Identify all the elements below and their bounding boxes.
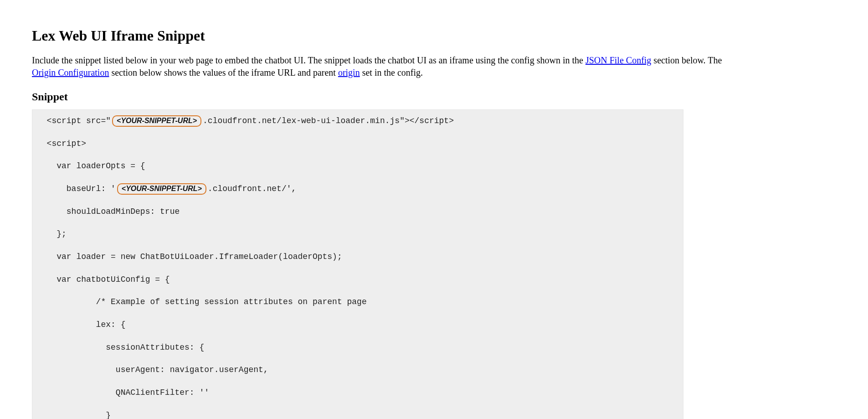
code-line: shouldLoadMinDeps: true (37, 206, 678, 217)
intro-text-3: section below shows the values of the if… (109, 67, 338, 78)
code-line: var chatbotUiConfig = { (37, 274, 678, 285)
intro-text-4: set in the config. (360, 67, 423, 78)
code-line: <script> (37, 138, 678, 150)
page-title: Lex Web UI Iframe Snippet (32, 27, 836, 44)
code-line: QNAClientFilter: '' (37, 387, 678, 398)
link-origin[interactable]: origin (338, 67, 360, 78)
code-text: .cloudfront.net/', (208, 184, 296, 193)
link-origin-configuration[interactable]: Origin Configuration (32, 67, 109, 78)
link-json-file-config[interactable]: JSON File Config (586, 55, 651, 65)
code-line: } (37, 410, 678, 419)
snippet-url-placeholder: <YOUR-SNIPPET-URL> (117, 183, 206, 195)
code-line: var loader = new ChatBotUiLoader.IframeL… (37, 251, 678, 263)
code-line: var loaderOpts = { (37, 160, 678, 172)
code-line: <script src="<YOUR-SNIPPET-URL>.cloudfro… (37, 115, 678, 127)
intro-paragraph: Include the snippet listed below in your… (32, 54, 743, 79)
code-text: .cloudfront.net/lex-web-ui-loader.min.js… (203, 116, 454, 125)
snippet-url-placeholder: <YOUR-SNIPPET-URL> (112, 115, 201, 127)
snippet-heading: Snippet (32, 91, 836, 103)
code-line: baseUrl: '<YOUR-SNIPPET-URL>.cloudfront.… (37, 183, 678, 195)
code-snippet-block: <script src="<YOUR-SNIPPET-URL>.cloudfro… (32, 109, 683, 419)
code-line: userAgent: navigator.userAgent, (37, 364, 678, 376)
code-line: }; (37, 228, 678, 240)
code-line: /* Example of setting session attributes… (37, 296, 678, 308)
code-line: lex: { (37, 319, 678, 331)
code-text: <script src=" (37, 116, 111, 125)
code-line: sessionAttributes: { (37, 342, 678, 353)
intro-text-1: Include the snippet listed below in your… (32, 55, 586, 65)
intro-text-2: section below. The (651, 55, 722, 65)
document-page: Lex Web UI Iframe Snippet Include the sn… (0, 0, 868, 419)
code-text: baseUrl: ' (37, 184, 116, 193)
